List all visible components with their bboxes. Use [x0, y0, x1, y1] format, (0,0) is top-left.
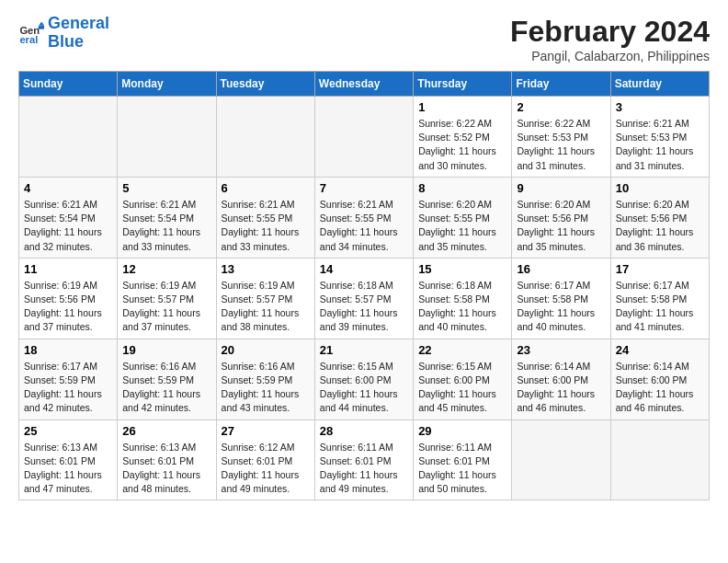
day-number: 16: [517, 262, 605, 276]
header-row: SundayMondayTuesdayWednesdayThursdayFrid…: [19, 72, 710, 97]
header-cell-thursday: Thursday: [414, 72, 512, 97]
calendar-table: SundayMondayTuesdayWednesdayThursdayFrid…: [18, 71, 710, 500]
day-number: 12: [122, 262, 210, 276]
calendar-cell: 28Sunrise: 6:11 AM Sunset: 6:01 PM Dayli…: [314, 419, 413, 500]
calendar-cell: 7Sunrise: 6:21 AM Sunset: 5:55 PM Daylig…: [314, 177, 413, 258]
calendar-cell: 8Sunrise: 6:20 AM Sunset: 5:55 PM Daylig…: [414, 177, 512, 258]
calendar-body: 1Sunrise: 6:22 AM Sunset: 5:52 PM Daylig…: [19, 97, 710, 500]
calendar-cell: 11Sunrise: 6:19 AM Sunset: 5:56 PM Dayli…: [19, 258, 118, 339]
week-row-1: 1Sunrise: 6:22 AM Sunset: 5:52 PM Daylig…: [19, 97, 710, 178]
calendar-cell: 3Sunrise: 6:21 AM Sunset: 5:53 PM Daylig…: [610, 97, 709, 178]
day-number: 10: [616, 181, 704, 195]
day-number: 15: [418, 262, 506, 276]
day-info: Sunrise: 6:15 AM Sunset: 6:00 PM Dayligh…: [320, 360, 408, 416]
header-cell-saturday: Saturday: [610, 72, 709, 97]
calendar-cell: 5Sunrise: 6:21 AM Sunset: 5:54 PM Daylig…: [118, 177, 216, 258]
day-number: 20: [222, 343, 310, 357]
svg-text:eral: eral: [19, 34, 38, 45]
day-number: 9: [517, 181, 605, 195]
calendar-cell: 15Sunrise: 6:18 AM Sunset: 5:58 PM Dayli…: [414, 258, 512, 339]
calendar-cell: 19Sunrise: 6:16 AM Sunset: 5:59 PM Dayli…: [118, 339, 216, 419]
logo: Gen eral GeneralBlue: [18, 15, 109, 52]
calendar-header: SundayMondayTuesdayWednesdayThursdayFrid…: [19, 72, 710, 97]
day-info: Sunrise: 6:17 AM Sunset: 5:58 PM Dayligh…: [616, 279, 704, 335]
svg-marker-2: [39, 21, 44, 25]
day-info: Sunrise: 6:13 AM Sunset: 6:01 PM Dayligh…: [24, 441, 112, 497]
calendar-cell: 17Sunrise: 6:17 AM Sunset: 5:58 PM Dayli…: [610, 258, 709, 339]
day-number: 27: [222, 424, 310, 438]
day-number: 25: [24, 424, 112, 438]
day-info: Sunrise: 6:21 AM Sunset: 5:53 PM Dayligh…: [616, 117, 704, 173]
day-number: 2: [517, 100, 605, 114]
week-row-2: 4Sunrise: 6:21 AM Sunset: 5:54 PM Daylig…: [19, 177, 710, 258]
calendar-cell: 25Sunrise: 6:13 AM Sunset: 6:01 PM Dayli…: [19, 419, 118, 500]
day-number: 29: [418, 424, 506, 438]
day-info: Sunrise: 6:14 AM Sunset: 6:00 PM Dayligh…: [616, 360, 704, 416]
day-info: Sunrise: 6:20 AM Sunset: 5:56 PM Dayligh…: [616, 198, 704, 254]
calendar-cell: 4Sunrise: 6:21 AM Sunset: 5:54 PM Daylig…: [19, 177, 118, 258]
header-cell-friday: Friday: [512, 72, 610, 97]
day-number: 22: [418, 343, 506, 357]
header-cell-sunday: Sunday: [19, 72, 118, 97]
day-number: 6: [222, 181, 310, 195]
day-number: 23: [517, 343, 605, 357]
day-info: Sunrise: 6:13 AM Sunset: 6:01 PM Dayligh…: [122, 441, 210, 497]
calendar-cell: 14Sunrise: 6:18 AM Sunset: 5:57 PM Dayli…: [314, 258, 413, 339]
day-info: Sunrise: 6:21 AM Sunset: 5:54 PM Dayligh…: [122, 198, 210, 254]
calendar-cell: [314, 97, 413, 178]
day-info: Sunrise: 6:16 AM Sunset: 5:59 PM Dayligh…: [222, 360, 310, 416]
header-cell-wednesday: Wednesday: [314, 72, 413, 97]
calendar-cell: 9Sunrise: 6:20 AM Sunset: 5:56 PM Daylig…: [512, 177, 610, 258]
day-number: 4: [24, 181, 112, 195]
day-info: Sunrise: 6:21 AM Sunset: 5:55 PM Dayligh…: [222, 198, 310, 254]
page-header: Gen eral GeneralBlue February 2024 Pangi…: [18, 15, 710, 63]
calendar-cell: 22Sunrise: 6:15 AM Sunset: 6:00 PM Dayli…: [414, 339, 512, 419]
day-number: 17: [616, 262, 704, 276]
week-row-5: 25Sunrise: 6:13 AM Sunset: 6:01 PM Dayli…: [19, 419, 710, 500]
day-number: 24: [616, 343, 704, 357]
day-number: 8: [418, 181, 506, 195]
day-info: Sunrise: 6:16 AM Sunset: 5:59 PM Dayligh…: [122, 360, 210, 416]
day-number: 13: [222, 262, 310, 276]
calendar-cell: 24Sunrise: 6:14 AM Sunset: 6:00 PM Dayli…: [610, 339, 709, 419]
calendar-cell: 1Sunrise: 6:22 AM Sunset: 5:52 PM Daylig…: [414, 97, 512, 178]
day-number: 26: [122, 424, 210, 438]
day-info: Sunrise: 6:17 AM Sunset: 5:58 PM Dayligh…: [517, 279, 605, 335]
page-subtitle: Pangil, Calabarzon, Philippines: [510, 49, 710, 63]
calendar-cell: 6Sunrise: 6:21 AM Sunset: 5:55 PM Daylig…: [216, 177, 314, 258]
week-row-4: 18Sunrise: 6:17 AM Sunset: 5:59 PM Dayli…: [19, 339, 710, 419]
day-number: 18: [24, 343, 112, 357]
day-number: 19: [122, 343, 210, 357]
calendar-cell: 29Sunrise: 6:11 AM Sunset: 6:01 PM Dayli…: [414, 419, 512, 500]
calendar-cell: 12Sunrise: 6:19 AM Sunset: 5:57 PM Dayli…: [118, 258, 216, 339]
header-cell-monday: Monday: [118, 72, 216, 97]
day-info: Sunrise: 6:20 AM Sunset: 5:56 PM Dayligh…: [517, 198, 605, 254]
day-info: Sunrise: 6:18 AM Sunset: 5:58 PM Dayligh…: [418, 279, 506, 335]
day-info: Sunrise: 6:19 AM Sunset: 5:56 PM Dayligh…: [24, 279, 112, 335]
day-number: 28: [320, 424, 408, 438]
week-row-3: 11Sunrise: 6:19 AM Sunset: 5:56 PM Dayli…: [19, 258, 710, 339]
header-cell-tuesday: Tuesday: [216, 72, 314, 97]
calendar-cell: 16Sunrise: 6:17 AM Sunset: 5:58 PM Dayli…: [512, 258, 610, 339]
day-number: 21: [320, 343, 408, 357]
day-number: 5: [122, 181, 210, 195]
day-info: Sunrise: 6:15 AM Sunset: 6:00 PM Dayligh…: [418, 360, 506, 416]
day-info: Sunrise: 6:12 AM Sunset: 6:01 PM Dayligh…: [222, 441, 310, 497]
day-info: Sunrise: 6:22 AM Sunset: 5:53 PM Dayligh…: [517, 117, 605, 173]
calendar-cell: 26Sunrise: 6:13 AM Sunset: 6:01 PM Dayli…: [118, 419, 216, 500]
day-info: Sunrise: 6:20 AM Sunset: 5:55 PM Dayligh…: [418, 198, 506, 254]
page-title: February 2024: [510, 15, 710, 49]
day-info: Sunrise: 6:19 AM Sunset: 5:57 PM Dayligh…: [122, 279, 210, 335]
day-info: Sunrise: 6:17 AM Sunset: 5:59 PM Dayligh…: [24, 360, 112, 416]
day-info: Sunrise: 6:21 AM Sunset: 5:54 PM Dayligh…: [24, 198, 112, 254]
day-number: 1: [418, 100, 506, 114]
day-number: 14: [320, 262, 408, 276]
calendar-cell: [19, 97, 118, 178]
calendar-cell: [216, 97, 314, 178]
calendar-cell: 21Sunrise: 6:15 AM Sunset: 6:00 PM Dayli…: [314, 339, 413, 419]
calendar-cell: 13Sunrise: 6:19 AM Sunset: 5:57 PM Dayli…: [216, 258, 314, 339]
day-info: Sunrise: 6:14 AM Sunset: 6:00 PM Dayligh…: [517, 360, 605, 416]
day-number: 11: [24, 262, 112, 276]
calendar-cell: 23Sunrise: 6:14 AM Sunset: 6:00 PM Dayli…: [512, 339, 610, 419]
day-info: Sunrise: 6:19 AM Sunset: 5:57 PM Dayligh…: [222, 279, 310, 335]
